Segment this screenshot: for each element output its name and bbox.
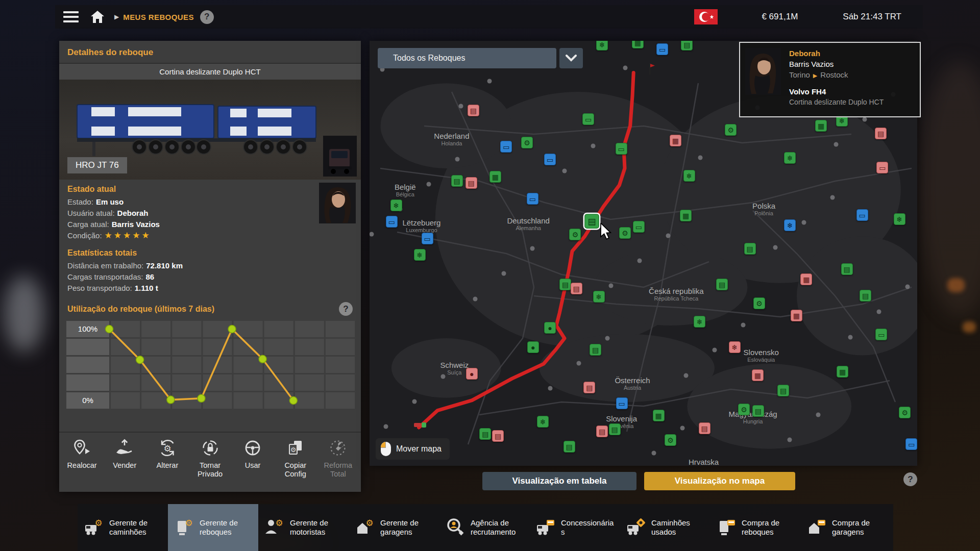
map-service-icon[interactable]: ⚙ — [725, 124, 737, 136]
map-cargo-icon[interactable]: ▦ — [752, 369, 764, 381]
nav-item-garage-buy[interactable]: Compra de garagens — [800, 504, 891, 551]
map-curtain-icon[interactable]: ▤ — [465, 177, 477, 189]
map-curtain-icon[interactable]: ▤ — [451, 175, 463, 187]
map-refrigerated-icon[interactable]: ❄ — [596, 41, 608, 51]
driver-avatar[interactable] — [319, 183, 356, 223]
map-fuel-icon[interactable]: ● — [466, 368, 478, 380]
sell-hand-button[interactable]: Vender — [105, 438, 144, 492]
map-cargo-icon[interactable]: ▦ — [653, 410, 665, 421]
map-curtain-icon[interactable]: ▤ — [571, 283, 582, 294]
map-curtain-icon[interactable]: ▤ — [559, 279, 571, 290]
map-refrigerated-icon[interactable]: ❄ — [390, 199, 402, 211]
map-refrigerated-icon[interactable]: ❄ — [683, 170, 695, 182]
chevron-down-icon[interactable] — [559, 48, 583, 68]
map-refrigerated-icon[interactable]: ❄ — [784, 152, 796, 164]
action-label: Reforma Total — [318, 461, 358, 478]
utilization-chart: 100%0% — [66, 321, 354, 411]
map-curtain-icon[interactable]: ▤ — [564, 441, 575, 453]
map-curtain-icon[interactable]: ▤ — [752, 405, 764, 417]
stats-header: Estatísticas totais — [67, 248, 353, 258]
map-curtain-icon[interactable]: ▤ — [590, 344, 601, 356]
table-view-button[interactable]: Visualização em tabela — [482, 472, 636, 490]
map-cargo-icon[interactable]: ▦ — [791, 310, 802, 321]
map-cargo-icon[interactable]: ▦ — [670, 135, 681, 146]
map-trailer-icon[interactable]: ▭ — [656, 43, 668, 55]
map-refrigerated-icon[interactable]: ❄ — [894, 213, 905, 225]
nav-item-used-trucks[interactable]: Caminhões usados — [620, 504, 710, 551]
help-icon[interactable]: ? — [200, 10, 214, 24]
map-curtain-icon[interactable]: ▤ — [681, 41, 693, 51]
map-curtain-icon[interactable]: ▤ — [860, 290, 871, 302]
map-fuel-icon[interactable]: ● — [544, 322, 556, 334]
map-trailer-icon[interactable]: ▭ — [386, 216, 398, 228]
map-cargo-icon[interactable]: ▦ — [680, 210, 692, 221]
map-trailer-icon[interactable]: ▭ — [422, 233, 433, 244]
map-trailer-icon[interactable]: ▭ — [582, 113, 594, 125]
map-refrigerated-icon[interactable]: ❄ — [784, 219, 796, 231]
map-view-button[interactable]: Visualização no mapa — [644, 472, 795, 490]
map-service-icon[interactable]: ⚙ — [899, 407, 911, 418]
use-steering-button[interactable]: Usar — [233, 438, 273, 492]
map-curtain-icon[interactable]: ▤ — [596, 425, 608, 437]
map-curtain-icon[interactable]: ▤ — [583, 382, 595, 393]
map-cargo-icon[interactable]: ▦ — [632, 41, 644, 48]
map-service-icon[interactable]: ⚙ — [753, 297, 765, 309]
nav-item-recruitment[interactable]: Agência de recrutamento — [439, 504, 529, 551]
map-refrigerated-icon[interactable]: ❄ — [537, 416, 549, 428]
map-trailer-icon[interactable]: ▭ — [544, 154, 556, 165]
map-trailer-icon[interactable]: ▭ — [876, 162, 888, 173]
map-refrigerated-icon[interactable]: ❄ — [414, 249, 426, 261]
map-trailer-icon[interactable]: ▭ — [616, 143, 627, 155]
map-curtain-icon[interactable]: ▤ — [468, 105, 479, 116]
map-curtain-icon[interactable]: ▤ — [699, 422, 710, 434]
map-refrigerated-icon[interactable]: ❄ — [729, 341, 741, 353]
nav-item-truck-manager[interactable]: ⚙Gerente de caminhões — [78, 504, 168, 551]
map-trailer-icon[interactable]: ▭ — [875, 329, 887, 340]
menu-icon[interactable] — [63, 11, 79, 22]
map-curtain-icon[interactable]: ▤ — [716, 279, 728, 290]
map-curtain-icon[interactable]: ▤ — [584, 214, 599, 229]
modify-gear-button[interactable]: ⚙Alterar — [148, 438, 187, 492]
map-curtain-icon[interactable]: ▤ — [609, 423, 621, 435]
copy-config-button[interactable]: ⚙Copiar Config — [276, 438, 315, 492]
map-curtain-icon[interactable]: ▤ — [777, 385, 789, 396]
svg-text:0%: 0% — [82, 396, 93, 405]
nav-item-garage-manager[interactable]: ⚙Gerente de garagens — [349, 504, 439, 551]
help-bottom-icon[interactable]: ? — [903, 472, 917, 486]
action-label: Tornar Privado — [190, 461, 230, 478]
truck-thumbnail[interactable] — [323, 136, 357, 177]
map-trailer-icon[interactable]: ▭ — [527, 193, 538, 205]
map-cargo-icon[interactable]: ▦ — [489, 171, 501, 183]
map-cargo-icon[interactable]: ▦ — [815, 120, 827, 132]
nav-item-trailer-buy[interactable]: Compra de reboques — [710, 504, 800, 551]
map-fuel-icon[interactable]: ● — [527, 341, 539, 353]
map-service-icon[interactable]: ⚙ — [665, 434, 676, 446]
map-refrigerated-icon[interactable]: ❄ — [694, 316, 705, 328]
map-service-icon[interactable]: ⚙ — [569, 229, 581, 240]
chart-help-icon[interactable]: ? — [339, 302, 353, 316]
map-trailer-icon[interactable]: ▭ — [905, 438, 917, 450]
map-cargo-icon[interactable]: ▦ — [800, 273, 812, 285]
map-curtain-icon[interactable]: ▤ — [875, 128, 887, 139]
trailer-filter-dropdown[interactable]: Todos os Reboques — [378, 48, 556, 68]
nav-item-trailer-manager[interactable]: ⚙Gerente de reboques — [168, 504, 258, 551]
map-trailer-icon[interactable]: ▭ — [633, 221, 645, 233]
map-trailer-icon[interactable]: ▭ — [500, 141, 512, 153]
private-lock-button[interactable]: Tornar Privado — [190, 438, 230, 492]
map-service-icon[interactable]: ⚙ — [521, 137, 533, 148]
home-icon[interactable] — [90, 10, 105, 24]
map-curtain-icon[interactable]: ▤ — [492, 430, 504, 442]
map-trailer-icon[interactable]: ▭ — [856, 209, 868, 221]
relocate-pin-button[interactable]: Realocar — [62, 438, 102, 492]
map-curtain-icon[interactable]: ▤ — [841, 263, 853, 275]
map-service-icon[interactable]: ⚙ — [619, 227, 631, 239]
svg-text:⚙: ⚙ — [163, 444, 171, 454]
map-cargo-icon[interactable]: ▦ — [837, 366, 848, 378]
nav-item-driver-manager[interactable]: ⚙Gerente de motoristas — [258, 504, 349, 551]
map-curtain-icon[interactable]: ▤ — [479, 428, 491, 440]
map-refrigerated-icon[interactable]: ❄ — [593, 291, 605, 303]
map-service-icon[interactable]: ⚙ — [738, 404, 750, 415]
map-curtain-icon[interactable]: ▤ — [744, 243, 756, 255]
nav-item-dealer[interactable]: Concessionárias — [529, 504, 620, 551]
map-trailer-icon[interactable]: ▭ — [616, 397, 628, 409]
